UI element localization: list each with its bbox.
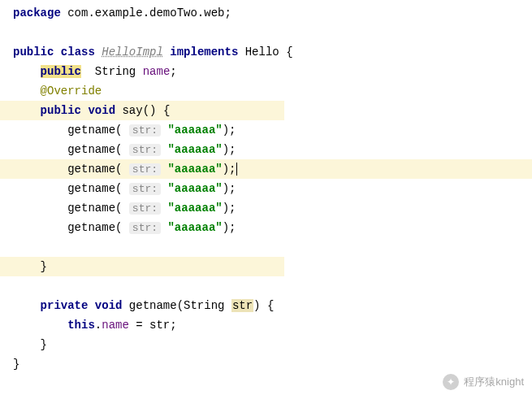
code-line-assign: this.name = str; <box>0 315 532 335</box>
code-line-brace-close: } <box>0 354 532 374</box>
brace-open: { <box>286 46 292 59</box>
param-name: str <box>231 299 253 312</box>
text-cursor <box>236 163 237 176</box>
code-line-call: getname( str: "aaaaaa"); <box>0 218 532 237</box>
code-line-brace-close: } <box>0 257 532 276</box>
string-literal: "aaaaaa" <box>167 221 222 234</box>
dot: . <box>95 319 102 332</box>
call-tail: ); <box>223 202 236 215</box>
interface-name: Hello <box>245 46 279 59</box>
string-literal: "aaaaaa" <box>167 163 222 176</box>
param-hint: str: <box>129 163 161 176</box>
string-literal: "aaaaaa" <box>167 182 222 195</box>
brace-close: } <box>41 260 47 273</box>
param-hint: str: <box>129 124 161 137</box>
code-line-call: getname( str: "aaaaaa"); <box>0 198 532 218</box>
brace-open: { <box>163 104 170 117</box>
watermark-text: 程序猿knight <box>464 372 524 392</box>
parens: () <box>143 104 157 117</box>
call-fn: getname <box>67 143 115 156</box>
code-line-call-active: getname( str: "aaaaaa"); <box>0 159 532 179</box>
param-hint: str: <box>129 144 161 156</box>
keyword-this: this <box>67 319 95 332</box>
keyword-implements: implements <box>170 46 238 59</box>
code-line-call: getname( str: "aaaaaa"); <box>0 179 532 198</box>
code-editor[interactable]: package com.example.demoTwo.web; public … <box>0 0 532 374</box>
code-line-field: public String name; <box>0 62 532 81</box>
code-line-package: package com.example.demoTwo.web; <box>0 3 532 23</box>
paren-open: ( <box>177 299 184 312</box>
watermark: ✦ 程序猿knight <box>443 372 524 392</box>
code-line-method-getname: private void getname(String str) { <box>0 296 532 315</box>
call-tail: ); <box>223 182 236 195</box>
code-line-annotation: @Override <box>0 81 532 101</box>
brace-close: } <box>41 338 47 351</box>
string-literal: "aaaaaa" <box>167 143 222 156</box>
paren-close: ) <box>253 299 260 312</box>
code-line-method-say: public void say() { <box>0 101 532 120</box>
string-literal: "aaaaaa" <box>167 202 222 215</box>
param-hint: str: <box>129 183 161 195</box>
brace-open: { <box>267 299 274 312</box>
keyword-public-hl: public <box>41 65 81 78</box>
code-line-blank <box>0 23 532 42</box>
call-fn: getname <box>67 202 115 215</box>
keyword-private: private <box>41 299 89 312</box>
code-line-brace-close: } <box>0 335 532 354</box>
type-string: String <box>95 65 136 78</box>
keyword-public: public <box>13 46 54 59</box>
class-name: HelloImpl <box>102 46 163 59</box>
param-hint: str: <box>129 202 161 215</box>
brace-close: } <box>13 358 19 371</box>
rhs: str; <box>149 319 177 332</box>
call-tail: ); <box>223 143 236 156</box>
code-line-blank <box>0 237 532 257</box>
string-literal: "aaaaaa" <box>167 124 222 137</box>
annotation-override: @Override <box>41 85 102 98</box>
method-name-getname: getname <box>129 299 177 312</box>
assign-op: = <box>129 319 149 332</box>
param-type: String <box>184 299 224 312</box>
call-fn: getname <box>67 163 115 176</box>
call-fn: getname <box>67 221 115 234</box>
call-tail: ); <box>223 163 236 176</box>
code-line-blank <box>0 276 532 296</box>
semicolon: ; <box>170 65 176 78</box>
keyword-package: package <box>13 7 61 20</box>
keyword-void: void <box>88 104 115 117</box>
keyword-void: void <box>95 299 123 312</box>
field-name: name <box>102 319 129 332</box>
package-name: com.example.demoTwo.web; <box>67 7 231 20</box>
code-line-call: getname( str: "aaaaaa"); <box>0 140 532 159</box>
wechat-icon: ✦ <box>443 374 459 390</box>
field-name: name <box>143 65 171 78</box>
param-hint: str: <box>129 222 161 234</box>
method-name-say: say <box>122 104 142 117</box>
call-tail: ); <box>223 124 236 137</box>
call-fn: getname <box>67 124 115 137</box>
call-tail: ); <box>223 221 236 234</box>
code-line-call: getname( str: "aaaaaa"); <box>0 120 532 140</box>
keyword-class: class <box>61 46 95 59</box>
keyword-public: public <box>41 104 81 117</box>
call-fn: getname <box>67 182 115 195</box>
code-line-classdecl: public class HelloImpl implements Hello … <box>0 42 532 62</box>
